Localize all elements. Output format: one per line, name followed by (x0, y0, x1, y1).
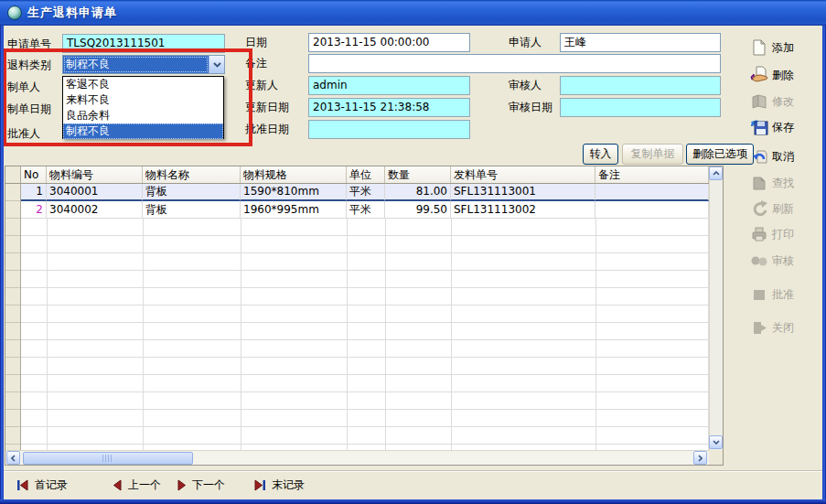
col-header-remark[interactable]: 备注 (595, 166, 709, 183)
transfer-button[interactable]: 转入 (583, 144, 618, 165)
chevron-up-icon (713, 171, 720, 176)
modify-button[interactable]: 修改 (750, 91, 821, 113)
dropdown-option[interactable]: 来料不良 (63, 92, 223, 108)
horizontal-scrollbar[interactable] (5, 450, 709, 465)
table-row[interactable]: 1 3040001 背板 1590*810mm 平米 81.00 SFL1311… (5, 184, 709, 201)
remark-field[interactable] (308, 54, 721, 73)
horizontal-scroll-thumb[interactable] (23, 452, 193, 465)
table-row[interactable]: 2 3040002 背板 1960*995mm 平米 99.50 SFL1311… (5, 201, 709, 219)
production-return-window: 生产退料申请单 申请单号 退料类别 制单人 制单日期 批准人 TLSQ20131… (0, 0, 826, 504)
chevron-left-icon (11, 455, 16, 462)
window-border-right (822, 0, 826, 504)
audit-date-field[interactable] (560, 98, 721, 117)
delete-button[interactable]: 删除 (750, 64, 821, 86)
print-button[interactable]: 打印 (750, 223, 821, 245)
col-header-name[interactable]: 物料名称 (143, 166, 241, 183)
last-record-label: 末记录 (272, 477, 305, 493)
next-record-label: 下一个 (192, 477, 225, 493)
first-record-icon (16, 479, 29, 491)
app-globe-icon (7, 5, 22, 20)
last-record-icon (253, 479, 266, 491)
delete-label: 删除 (772, 68, 794, 83)
refresh-icon (750, 199, 768, 218)
modify-icon (750, 92, 768, 111)
update-date-field[interactable]: 2013-11-15 21:38:58 (308, 98, 470, 117)
prev-record-icon (113, 479, 123, 491)
cancel-icon (750, 147, 768, 166)
dropdown-option-selected[interactable]: 制程不良 (63, 123, 223, 139)
close-form-label: 关闭 (772, 320, 794, 336)
table-header-row: No 物料编号 物料名称 物料规格 单位 数量 发料单号 备注 (5, 166, 709, 184)
auditor-field[interactable] (560, 76, 721, 95)
close-form-button[interactable]: 关闭 (750, 316, 821, 338)
refresh-button[interactable]: 刷新 (750, 198, 821, 220)
approve-date-field[interactable] (308, 120, 470, 139)
dropdown-option[interactable]: 客退不良 (63, 77, 223, 92)
return-type-combobox[interactable]: 制程不良 (62, 55, 225, 74)
last-record-button[interactable]: 末记录 (253, 476, 305, 494)
applicant-field[interactable]: 王峰 (560, 33, 721, 52)
save-button[interactable]: 保存 (750, 116, 821, 138)
first-record-label: 首记录 (35, 477, 68, 493)
find-label: 查找 (772, 176, 794, 191)
chevron-down-icon (213, 62, 221, 68)
cell-qty: 81.00 (385, 184, 451, 201)
add-document-icon (750, 38, 768, 57)
date-label: 日期 (245, 36, 267, 48)
delete-selected-button[interactable]: 删除已选项 (686, 144, 754, 165)
delete-document-icon (750, 66, 768, 84)
scroll-left-button[interactable] (6, 451, 20, 465)
thumb-grip (102, 455, 113, 462)
save-icon (750, 118, 768, 136)
audit-icon (750, 252, 768, 270)
scroll-down-button[interactable] (709, 435, 723, 449)
col-header-qty[interactable]: 数量 (385, 166, 451, 183)
date-field[interactable]: 2013-11-15 00:00:00 (308, 33, 470, 52)
first-record-button[interactable]: 首记录 (16, 476, 68, 494)
dropdown-option[interactable]: 良品余料 (63, 108, 223, 123)
window-title: 生产退料申请单 (27, 5, 117, 21)
next-record-button[interactable]: 下一个 (177, 476, 225, 494)
col-header-issue-no[interactable]: 发料单号 (451, 166, 595, 183)
col-header-spec[interactable]: 物料规格 (241, 166, 347, 183)
cell-spec: 1590*810mm (241, 184, 347, 201)
col-header-code[interactable]: 物料编号 (47, 166, 143, 183)
window-border-left (0, 0, 4, 504)
row-indicator-header (5, 166, 21, 183)
add-label: 添加 (772, 40, 794, 56)
find-button[interactable]: 查找 (750, 172, 821, 194)
cell-no: 1 (21, 184, 47, 201)
audit-button[interactable]: 审核 (750, 250, 821, 272)
scroll-right-button[interactable] (693, 451, 707, 465)
cell-remark (595, 201, 709, 219)
next-record-icon (177, 479, 187, 491)
titlebar: 生产退料申请单 (0, 0, 826, 26)
cell-code: 3040002 (47, 201, 143, 219)
prev-record-button[interactable]: 上一个 (113, 476, 161, 494)
approve-button[interactable]: 批准 (750, 284, 821, 306)
applicant-label: 申请人 (509, 36, 542, 48)
window-border-bottom (0, 499, 826, 504)
cell-qty: 99.50 (385, 201, 451, 219)
add-button[interactable]: 添加 (750, 37, 821, 59)
row-indicator-column (5, 184, 21, 450)
scroll-up-button[interactable] (709, 166, 723, 180)
vertical-scrollbar[interactable] (709, 166, 723, 450)
save-label: 保存 (772, 120, 794, 135)
audit-date-label: 审核日期 (509, 101, 552, 113)
print-icon (750, 225, 768, 243)
auditor-label: 审核人 (509, 79, 542, 91)
modify-label: 修改 (772, 94, 794, 110)
print-label: 打印 (772, 227, 794, 242)
return-type-selected-value: 制程不良 (63, 56, 209, 73)
prev-record-label: 上一个 (128, 477, 161, 493)
cell-name: 背板 (143, 184, 241, 201)
copy-document-button[interactable]: 复制单据 (622, 144, 683, 165)
updater-field[interactable]: admin (308, 76, 470, 95)
chevron-right-icon (698, 455, 703, 462)
cell-no: 2 (21, 201, 47, 219)
col-header-unit[interactable]: 单位 (347, 166, 385, 183)
cancel-button[interactable]: 取消 (750, 145, 821, 167)
combo-dropdown-button[interactable] (209, 56, 224, 73)
col-header-no[interactable]: No (21, 166, 47, 183)
